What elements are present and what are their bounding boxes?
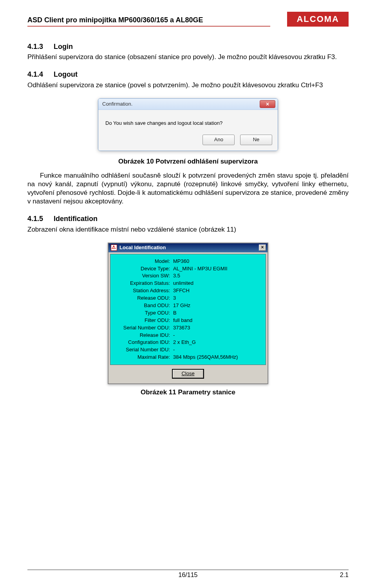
id-value: 3.5 — [173, 273, 180, 279]
id-label: Band ODU: — [114, 302, 173, 309]
figure-10: Confirmation. × Do You wish save changes… — [27, 98, 349, 153]
content: 4.1.3 Login Přihlášení supervizora do st… — [27, 42, 349, 397]
id-row: Serial Number ODU:373673 — [114, 325, 262, 331]
section-title: Logout — [54, 70, 78, 78]
close-icon[interactable]: × — [259, 245, 266, 251]
dialog-buttons: Ano Ne — [98, 131, 278, 151]
doc-title: ASD Client pro minipojítka MP600/360/165… — [27, 16, 270, 27]
figure-11-caption: Obrázek 11 Parametry stanice — [27, 388, 349, 397]
section-number: 4.1.5 — [27, 214, 52, 223]
id-row: Expiration Status:unlimited — [114, 280, 262, 287]
figure-10-caption: Obrázek 10 Potvrzení odhlášení supervizo… — [27, 157, 349, 166]
id-value: 3FFCH — [173, 288, 190, 294]
id-row: Device Type:AL_MINI - MP3U EGMII — [114, 266, 262, 272]
id-label: Station Address: — [114, 288, 173, 294]
id-value: 3 — [173, 295, 176, 302]
post-figure10-paragraph: Funkce manuálního odhlášení současně slo… — [27, 171, 349, 206]
section-identification-heading: 4.1.5 Identification — [27, 214, 349, 223]
id-window-title: Local Identification — [119, 245, 166, 251]
id-label: Model: — [114, 258, 173, 265]
id-label: Expiration Status: — [114, 280, 173, 287]
id-row: Release IDU:- — [114, 332, 262, 339]
section-login-heading: 4.1.3 Login — [27, 42, 349, 51]
id-row: Serial Number IDU:- — [114, 347, 262, 353]
close-button[interactable]: Close — [172, 369, 204, 379]
id-label: Release IDU: — [114, 332, 173, 339]
id-value: full band — [173, 317, 192, 324]
id-body: Model:MP360Device Type:AL_MINI - MP3U EG… — [108, 252, 268, 383]
section-number: 4.1.4 — [27, 70, 52, 79]
dialog-titlebar: Confirmation. × — [98, 99, 278, 110]
id-row: Release ODU:3 — [114, 295, 262, 302]
id-label: Serial Number IDU: — [114, 347, 173, 353]
identification-window: Local Identification × Model:MP360Device… — [108, 243, 268, 384]
id-value: 2 x Eth_G — [173, 339, 196, 346]
id-row: Filter ODU:full band — [114, 317, 262, 324]
section-number: 4.1.3 — [27, 42, 52, 51]
id-label: Serial Number ODU: — [114, 325, 173, 331]
id-value: 384 Mbps (256QAM,56MHz) — [173, 354, 238, 361]
id-label: Maximal Rate: — [114, 354, 173, 361]
id-row: Station Address:3FFCH — [114, 288, 262, 294]
brand-logo: ALCOMA — [287, 12, 349, 27]
confirmation-dialog: Confirmation. × Do You wish save changes… — [98, 98, 278, 151]
yes-button[interactable]: Ano — [202, 135, 235, 145]
id-row: Type ODU:B — [114, 310, 262, 316]
id-value: 373673 — [173, 325, 190, 331]
section-identification-text: Zobrazení okna identifikace místní nebo … — [27, 225, 349, 234]
id-button-row: Close — [110, 365, 266, 382]
id-row: Version SW:3.5 — [114, 273, 262, 279]
id-value: B — [173, 310, 177, 316]
id-label: Filter ODU: — [114, 317, 173, 324]
id-label: Configuration IDU: — [114, 339, 173, 346]
warning-icon — [111, 245, 117, 251]
id-row: Band ODU:17 GHz — [114, 302, 262, 309]
dialog-title: Confirmation. — [102, 101, 132, 108]
section-login-text: Přihlášení supervizora do stanice (obsaz… — [27, 53, 349, 61]
section-logout-text: Odhlášení supervizora ze stanice (povel … — [27, 81, 349, 90]
section-title: Identification — [54, 215, 98, 223]
page-header: ASD Client pro minipojítka MP600/360/165… — [27, 12, 349, 27]
section-title: Login — [54, 43, 73, 50]
id-value: MP360 — [173, 258, 189, 265]
id-row: Maximal Rate:384 Mbps (256QAM,56MHz) — [114, 354, 262, 361]
page-number: 16/115 — [27, 572, 349, 579]
figure-11: Local Identification × Model:MP360Device… — [27, 243, 349, 384]
id-value: 17 GHz — [173, 302, 190, 309]
dialog-body: Do You wish save changes and logout loca… — [98, 110, 278, 131]
page-footer: 16/115 2.1 — [27, 570, 349, 579]
id-value: - — [173, 347, 175, 353]
id-value: - — [173, 332, 175, 339]
id-titlebar: Local Identification × — [108, 243, 268, 252]
id-panel: Model:MP360Device Type:AL_MINI - MP3U EG… — [110, 254, 266, 365]
page: ASD Client pro minipojítka MP600/360/165… — [0, 0, 376, 588]
no-button[interactable]: Ne — [240, 135, 272, 145]
section-logout-heading: 4.1.4 Logout — [27, 70, 349, 79]
id-value: AL_MINI - MP3U EGMII — [173, 266, 228, 272]
dialog-message: Do You wish save changes and logout loca… — [105, 120, 271, 127]
id-row: Model:MP360 — [114, 258, 262, 265]
close-icon[interactable]: × — [260, 100, 275, 108]
id-label: Type ODU: — [114, 310, 173, 316]
id-row: Configuration IDU:2 x Eth_G — [114, 339, 262, 346]
id-value: unlimited — [173, 280, 193, 287]
id-label: Device Type: — [114, 266, 173, 272]
id-label: Release ODU: — [114, 295, 173, 302]
id-label: Version SW: — [114, 273, 173, 279]
